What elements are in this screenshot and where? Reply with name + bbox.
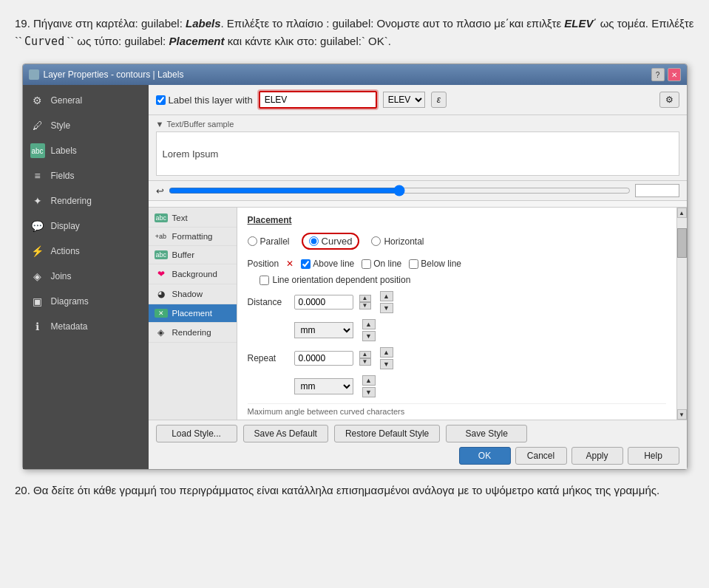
distance-unit-row: mm ▲ ▼ <box>294 319 666 341</box>
formatting-tab-icon: +ab <box>155 233 168 240</box>
orientation-row: Line orientation dependent position <box>248 275 666 285</box>
subtab-formatting[interactable]: +ab Formatting <box>149 228 237 246</box>
sidebar-item-metadata[interactable]: ℹ Metadata <box>23 314 149 339</box>
horizontal-radio-item[interactable]: Horizontal <box>371 236 424 247</box>
sidebar-item-general[interactable]: ⚙ General <box>23 88 149 113</box>
help-button[interactable]: Help <box>628 447 679 465</box>
subtab-label-rendering: Rendering <box>172 328 211 337</box>
repeat-unit-scroll-up[interactable]: ▲ <box>362 375 376 386</box>
subtab-label-buffer: Buffer <box>172 250 194 259</box>
position-row: Position ✕ Above line On line Below <box>248 259 666 269</box>
distance-scroll-arrows: ▲ ▼ <box>380 291 393 313</box>
restore-default-button[interactable]: Restore Default Style <box>334 425 440 442</box>
sidebar-item-diagrams[interactable]: ▣ Diagrams <box>23 289 149 314</box>
sidebar-label-display: Display <box>51 221 80 231</box>
repeat-spin-up[interactable]: ▲ <box>359 351 371 358</box>
label-field-select[interactable]: ELEV <box>383 92 425 108</box>
save-as-default-button[interactable]: Save As Default <box>243 425 328 442</box>
orientation-checkbox[interactable] <box>259 276 269 285</box>
labels-icon: abc <box>30 143 45 158</box>
on-line-item[interactable]: On line <box>362 259 401 269</box>
subtab-background[interactable]: ❤ Background <box>149 264 237 284</box>
text-tab-icon: abc <box>155 213 168 222</box>
sidebar-item-display[interactable]: 💬 Display <box>23 213 149 239</box>
help-title-button[interactable]: ? <box>651 68 665 81</box>
parallel-radio[interactable] <box>248 236 257 246</box>
curved-radio[interactable] <box>309 236 319 246</box>
subtab-rendering[interactable]: ◈ Rendering <box>149 323 237 343</box>
horizontal-radio[interactable] <box>371 236 381 246</box>
unit-scroll-arrows: ▲ ▼ <box>362 319 376 341</box>
parallel-radio-item[interactable]: Parallel <box>248 236 290 247</box>
repeat-unit-scroll-down[interactable]: ▼ <box>362 387 376 397</box>
distance-row: Distance ▲ ▼ ▲ ▼ <box>248 291 666 313</box>
repeat-unit-select[interactable]: mm <box>294 378 353 394</box>
distance-spin-up[interactable]: ▲ <box>359 295 371 302</box>
dialog-body: ⚙ General 🖊 Style abc Labels ≡ Fields ✦ … <box>23 85 687 469</box>
undo-icon: ↩ <box>156 185 164 196</box>
unit-scroll-down[interactable]: ▼ <box>362 331 376 341</box>
label-checkbox-group: Label this layer with <box>156 95 253 106</box>
placement-title: Placement <box>248 215 666 225</box>
cancel-button[interactable]: Cancel <box>515 447 567 465</box>
scroll-thumb[interactable] <box>677 228 687 258</box>
main-panel: Placement Parallel Curved <box>237 208 676 420</box>
fields-icon: ≡ <box>30 168 45 183</box>
sidebar-item-actions[interactable]: ⚡ Actions <box>23 239 149 264</box>
apply-button[interactable]: Apply <box>571 447 623 465</box>
distance-label: Distance <box>248 297 288 307</box>
above-line-checkbox[interactable] <box>301 259 311 269</box>
sidebar-item-rendering[interactable]: ✦ Rendering <box>23 188 149 213</box>
save-style-button[interactable]: Save Style <box>446 425 527 442</box>
background-tab-icon: ❤ <box>155 269 168 279</box>
sidebar-item-joins[interactable]: ◈ Joins <box>23 264 149 289</box>
subtab-buffer[interactable]: abc Buffer <box>149 246 237 264</box>
metadata-icon: ℹ <box>30 319 45 334</box>
subtab-text[interactable]: abc Text <box>149 209 237 228</box>
below-line-item[interactable]: Below line <box>409 259 461 269</box>
scroll-down-arrow[interactable]: ▼ <box>677 409 687 420</box>
above-line-item[interactable]: Above line <box>301 259 354 269</box>
label-layer-checkbox[interactable] <box>156 95 166 105</box>
distance-unit-select[interactable]: mm <box>294 322 353 338</box>
on-line-checkbox[interactable] <box>362 259 371 269</box>
load-style-button[interactable]: Load Style... <box>156 425 237 442</box>
distance-input[interactable] <box>294 295 353 310</box>
sidebar-item-fields[interactable]: ≡ Fields <box>23 163 149 188</box>
sidebar-label-actions: Actions <box>51 246 80 256</box>
scroll-up-arrow[interactable]: ▲ <box>677 208 687 218</box>
distance-scroll-up[interactable]: ▲ <box>380 291 393 301</box>
ok-button[interactable]: OK <box>459 447 511 465</box>
settings-button[interactable]: ⚙ <box>659 92 679 108</box>
close-title-button[interactable]: ✕ <box>668 68 681 81</box>
sidebar-label-rendering: Rendering <box>51 196 92 206</box>
repeat-spin-down[interactable]: ▼ <box>359 358 371 366</box>
sample-collapse-toggle[interactable]: ▼ Text/Buffer sample <box>156 120 679 129</box>
repeat-label: Repeat <box>248 353 288 363</box>
distance-spin-down[interactable]: ▼ <box>359 302 371 310</box>
below-line-label: Below line <box>421 259 461 269</box>
sample-title: Text/Buffer sample <box>166 120 234 129</box>
distance-scroll-down[interactable]: ▼ <box>380 303 393 313</box>
distance-spin: ▲ ▼ <box>359 295 371 310</box>
epsilon-button[interactable]: ε <box>431 92 447 108</box>
rendering-icon: ✦ <box>30 194 45 208</box>
subtabs-panel: abc Text +ab Formatting abc Buffer ❤ Bac… <box>149 207 687 420</box>
content-area: Label this layer with ELEV ε ⚙ ▼ Text/Bu… <box>149 85 687 469</box>
repeat-scroll-down[interactable]: ▼ <box>380 359 393 369</box>
repeat-scroll-up[interactable]: ▲ <box>380 347 393 358</box>
unit-scroll-up[interactable]: ▲ <box>362 319 376 329</box>
subtabs: abc Text +ab Formatting abc Buffer ❤ Bac… <box>149 208 237 420</box>
label-field-input[interactable] <box>259 91 377 109</box>
repeat-input[interactable] <box>294 351 353 366</box>
below-line-checkbox[interactable] <box>409 259 418 269</box>
sidebar-item-style[interactable]: 🖊 Style <box>23 113 149 138</box>
titlebar-app-icon <box>29 69 39 80</box>
subtab-placement[interactable]: ✕ Placement <box>149 304 237 323</box>
sidebar-item-labels[interactable]: abc Labels <box>23 138 149 163</box>
preview-slider[interactable] <box>169 185 631 196</box>
side-scrollbar[interactable]: ▲ ▼ <box>676 208 687 420</box>
joins-icon: ◈ <box>30 269 45 284</box>
subtab-shadow[interactable]: ◕ Shadow <box>149 284 237 304</box>
general-icon: ⚙ <box>30 93 45 108</box>
